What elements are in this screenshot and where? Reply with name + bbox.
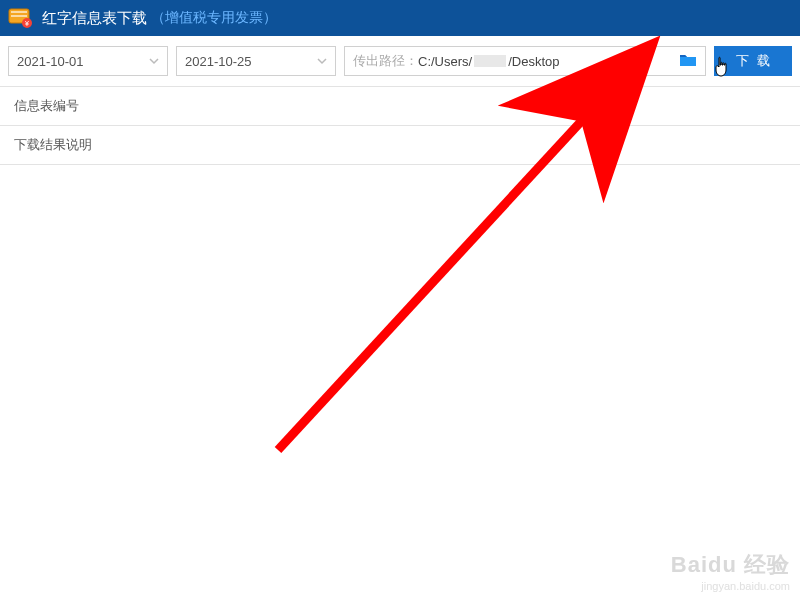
path-value-prefix: C:/Users/ bbox=[418, 54, 472, 69]
watermark-main: Baidu 经验 bbox=[671, 550, 790, 580]
page-title: 红字信息表下载 bbox=[42, 9, 147, 28]
svg-rect-1 bbox=[11, 11, 27, 13]
info-table-header: 信息表编号 bbox=[0, 87, 800, 126]
download-result-header: 下载结果说明 bbox=[0, 126, 800, 165]
toolbar: 2021-10-01 2021-10-25 传出路径： C:/Users/ /D… bbox=[0, 36, 800, 87]
chevron-down-icon bbox=[317, 54, 327, 69]
output-path-field[interactable]: 传出路径： C:/Users/ /Desktop bbox=[344, 46, 706, 76]
date-to-select[interactable]: 2021-10-25 bbox=[176, 46, 336, 76]
chevron-down-icon bbox=[149, 54, 159, 69]
page-subtitle: （增值税专用发票） bbox=[151, 9, 277, 27]
download-button[interactable]: 下载 bbox=[714, 46, 792, 76]
date-from-value: 2021-10-01 bbox=[17, 54, 84, 69]
path-masked-segment bbox=[474, 55, 506, 67]
titlebar: ¥ 红字信息表下载 （增值税专用发票） bbox=[0, 0, 800, 36]
svg-text:¥: ¥ bbox=[25, 20, 29, 27]
date-to-value: 2021-10-25 bbox=[185, 54, 252, 69]
date-from-select[interactable]: 2021-10-01 bbox=[8, 46, 168, 76]
watermark: Baidu 经验 jingyan.baidu.com bbox=[671, 550, 790, 592]
svg-rect-2 bbox=[11, 15, 27, 17]
path-value-suffix: /Desktop bbox=[508, 54, 559, 69]
app-icon: ¥ bbox=[6, 4, 34, 32]
path-label: 传出路径： bbox=[353, 52, 418, 70]
watermark-sub: jingyan.baidu.com bbox=[671, 580, 790, 592]
folder-icon[interactable] bbox=[679, 53, 697, 70]
